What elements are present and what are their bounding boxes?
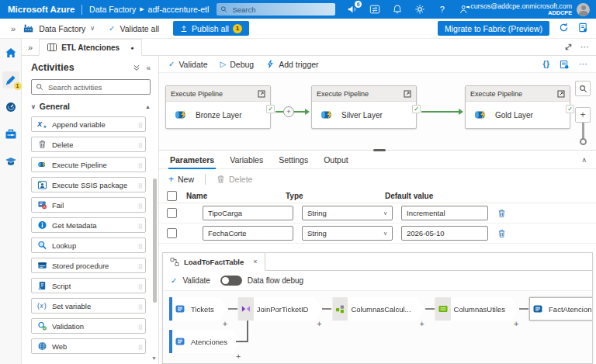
help-icon[interactable]: ? — [436, 4, 448, 16]
activities-section-general[interactable]: ∨ General ▲ — [31, 102, 151, 111]
expand-icon[interactable] — [564, 43, 573, 51]
dataflow-node-factatenciones[interactable]: FactAtenciones...+ — [529, 297, 592, 321]
add-activity-on-success-button[interactable]: + — [283, 106, 294, 117]
collapse-all-icon[interactable] — [133, 64, 140, 71]
publish-all-button[interactable]: Publish all 1 — [173, 21, 249, 36]
drag-grip-icon[interactable]: ||| — [138, 182, 142, 189]
notebook-icon[interactable] — [578, 22, 588, 36]
expand-resource-explorer-icon[interactable]: » — [28, 43, 33, 52]
row-checkbox[interactable] — [167, 228, 177, 238]
dataflow-validate-button[interactable]: Validate — [182, 276, 210, 285]
nav-author-icon[interactable]: 1 — [2, 71, 19, 88]
param-type-select[interactable]: String∨ — [302, 226, 393, 241]
feedback-icon[interactable] — [459, 4, 470, 16]
properties-icon[interactable] — [560, 60, 569, 69]
dataflow-node-joinporticketid[interactable]: JoinPorTicketID+ — [238, 297, 322, 321]
validate-all-button[interactable]: ✓ Validate all — [109, 24, 159, 33]
dataflow-node-columnascalcul[interactable]: ColumnasCalcul...+ — [332, 297, 424, 321]
activity-item-execute-pipeline[interactable]: Execute Pipeline||| — [31, 157, 146, 172]
activity-item-append-variable[interactable]: X+Append variable||| — [31, 116, 146, 132]
add-transformation-button[interactable]: + — [317, 320, 322, 328]
zoom-slider-track[interactable] — [582, 123, 584, 140]
activity-node-bronze[interactable]: Execute Pipeline Bronze Layer ✓ — [165, 85, 271, 129]
activity-node-gold[interactable]: Execute Pipeline Gold Layer ✓ — [465, 85, 570, 129]
debug-button[interactable]: ▷ Debug — [220, 60, 255, 69]
open-pipeline-icon[interactable] — [404, 90, 411, 98]
param-default-input[interactable]: Incremental — [401, 206, 488, 220]
activity-item-lookup[interactable]: Lookup||| — [31, 237, 146, 253]
drag-grip-icon[interactable]: ||| — [138, 283, 142, 289]
activity-item-delete[interactable]: Delete||| — [31, 137, 146, 152]
nav-learning-icon[interactable] — [2, 153, 19, 170]
activity-node-silver[interactable]: Execute Pipeline Silver Layer ✓ — [311, 85, 417, 129]
param-default-input[interactable]: 2026-05-10 — [401, 226, 488, 241]
cloud-shell-icon[interactable] — [369, 4, 380, 16]
nav-monitor-icon[interactable] — [2, 99, 19, 116]
drag-grip-icon[interactable]: ||| — [138, 242, 142, 249]
expand-panel-icon[interactable]: » — [11, 24, 16, 33]
panel-resize-handle[interactable] — [373, 149, 386, 151]
nav-manage-icon[interactable] — [2, 126, 19, 143]
activities-search[interactable] — [31, 79, 151, 95]
drag-grip-icon[interactable]: ||| — [138, 323, 142, 330]
drag-grip-icon[interactable]: ||| — [138, 161, 142, 168]
drag-grip-icon[interactable]: ||| — [138, 202, 142, 209]
canvas-search-button[interactable] — [575, 81, 591, 96]
migrate-to-fabric-button[interactable]: Migrate to Fabric (Preview) — [438, 21, 549, 36]
dataflow-node-atenciones[interactable]: Atenciones+ — [169, 330, 241, 353]
drag-grip-icon[interactable]: ||| — [138, 141, 142, 148]
tab-loadtofacttable[interactable]: LoadToFactTable × — [163, 253, 265, 271]
drag-grip-icon[interactable]: ||| — [138, 222, 142, 229]
row-checkbox[interactable] — [167, 208, 177, 218]
breadcrumb-app[interactable]: Data Factory — [89, 5, 136, 14]
open-pipeline-icon[interactable] — [258, 90, 265, 98]
code-view-icon[interactable]: { } — [542, 60, 549, 68]
factory-selector[interactable]: Data Factory ∨ — [23, 23, 95, 33]
avatar[interactable] — [577, 3, 590, 16]
param-name-input[interactable]: TipoCarga — [203, 206, 293, 220]
drag-grip-icon[interactable]: ||| — [138, 121, 142, 128]
activity-item-set-variable[interactable]: (x)Set variable||| — [31, 298, 146, 314]
drag-grip-icon[interactable]: ||| — [138, 262, 142, 269]
search-input[interactable] — [230, 5, 331, 15]
activity-item-execute-ssis[interactable]: Execute SSIS package||| — [31, 177, 146, 192]
activity-item-stored-procedure[interactable]: Stored procedure||| — [31, 258, 146, 273]
refresh-icon[interactable] — [559, 22, 569, 36]
nav-home-icon[interactable] — [2, 44, 19, 61]
dataflow-debug-toggle[interactable] — [220, 276, 242, 286]
scroll-up-icon[interactable]: ▲ — [145, 104, 151, 109]
param-name-input[interactable]: FechaCorte — [203, 226, 293, 241]
activity-item-script[interactable]: Script||| — [31, 278, 146, 293]
open-pipeline-icon[interactable] — [557, 90, 565, 98]
drag-grip-icon[interactable]: ||| — [138, 303, 142, 310]
more-options-icon[interactable]: ⋯ — [580, 42, 590, 52]
param-type-select[interactable]: String∨ — [302, 206, 393, 220]
add-transformation-button[interactable]: + — [223, 320, 227, 328]
account-info[interactable]: cursos@addcpe.onmicrosoft.com ADDCPE — [470, 2, 572, 17]
settings-icon[interactable] — [414, 4, 425, 16]
tab-parameters[interactable]: Parameters — [162, 151, 222, 169]
tab-variables[interactable]: Variables — [222, 151, 271, 169]
more-options-icon[interactable]: ⋯ — [579, 59, 588, 69]
dataflow-node-tickets[interactable]: Tickets+ — [169, 297, 227, 321]
activities-scrollbar-thumb[interactable] — [153, 179, 157, 303]
new-parameter-button[interactable]: + New — [168, 174, 194, 185]
activities-search-input[interactable] — [47, 82, 146, 92]
add-transformation-button[interactable]: + — [420, 320, 424, 328]
validate-button[interactable]: ✓ Validate — [168, 60, 208, 69]
dataflow-canvas[interactable]: Tickets+JoinPorTicketID+ColumnasCalcul..… — [163, 290, 592, 363]
tab-settings[interactable]: Settings — [271, 151, 316, 169]
add-trigger-button[interactable]: Add trigger — [266, 60, 318, 69]
global-search[interactable] — [217, 3, 335, 16]
tab-output[interactable]: Output — [316, 151, 356, 169]
delete-row-icon[interactable] — [497, 209, 506, 218]
activity-item-get-metadata[interactable]: Get Metadata||| — [31, 217, 146, 233]
activity-item-fail[interactable]: Fail||| — [31, 197, 146, 213]
collapse-properties-icon[interactable]: ∧ — [581, 156, 587, 164]
collapse-panel-icon[interactable]: « — [146, 64, 151, 72]
delete-row-icon[interactable] — [497, 229, 506, 238]
close-icon[interactable]: × — [253, 258, 257, 265]
add-transformation-button[interactable]: + — [514, 320, 518, 328]
zoom-in-button[interactable]: + — [575, 107, 591, 123]
breadcrumb-resource[interactable]: adf-accenture-etl — [148, 5, 210, 14]
